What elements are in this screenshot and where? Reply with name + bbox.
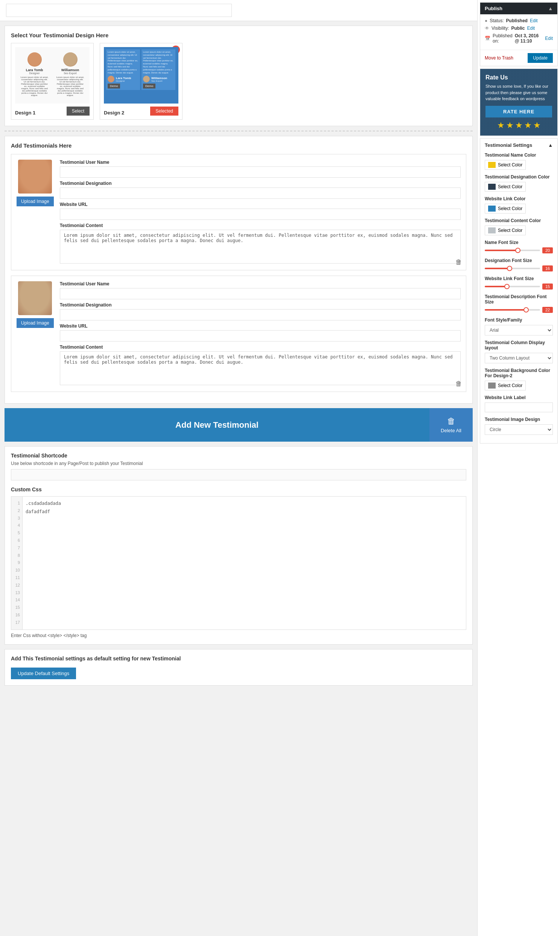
testimonial2-upload-button[interactable]: Upload Image — [17, 318, 54, 328]
description-font-size-track[interactable] — [485, 309, 540, 311]
font-style-select[interactable]: Arial Helvetica Georgia Times New Roman — [485, 325, 553, 336]
design2-mini-card2: Lorem ipsum dolor sit amet, consectetur … — [142, 49, 175, 90]
website-link-font-size-slider-row: 15 — [485, 283, 553, 289]
page-title-bar: test — [0, 0, 477, 21]
star-2[interactable]: ★ — [506, 120, 514, 130]
rate-us-box: Rate Us Show us some love, If you like o… — [480, 69, 558, 136]
designation-font-size-slider-row: 16 — [485, 265, 553, 271]
bg-color-button[interactable]: Select Color — [485, 381, 526, 390]
column-layout-label: Testimonial Column Display layout — [485, 340, 553, 351]
bg-color-swatch — [488, 383, 495, 389]
update-button[interactable]: Update — [528, 53, 553, 63]
publish-close-button[interactable]: ▲ — [548, 6, 553, 11]
default-settings-title: Add This Testimonial settings as default… — [11, 656, 466, 662]
design1-select-button[interactable]: Select — [67, 106, 89, 115]
delete-all-label: Delete All — [441, 428, 462, 433]
design2-selected-button[interactable]: Selected — [150, 106, 178, 115]
testimonial1-url-input[interactable]: http://wpshopmart.com/ — [60, 209, 461, 220]
settings-collapse-icon[interactable]: ▲ — [548, 142, 553, 148]
delete-all-button[interactable]: 🗑 Delete All — [429, 408, 473, 442]
rate-us-bg: Rate Us Show us some love, If you like o… — [480, 69, 557, 135]
testimonial1-name-label: Testimonial User Name — [60, 160, 461, 165]
name-color-swatch — [488, 162, 495, 168]
image-design-select[interactable]: Circle Square Rounded — [485, 424, 553, 435]
website-link-font-size-label: Website Link Font Size — [485, 276, 553, 281]
description-font-size-slider-row: 22 — [485, 307, 553, 313]
designation-font-size-track[interactable] — [485, 268, 540, 269]
name-color-label: Testimonial Name Color — [485, 152, 553, 158]
testimonial2-name-input[interactable]: Williamson — [60, 288, 461, 299]
publish-status-row: ● Status: Published Edit — [485, 18, 553, 23]
move-to-trash-link[interactable]: Move to Trash — [485, 55, 513, 61]
website-link-font-size-row: Website Link Font Size 15 — [485, 276, 553, 289]
column-layout-select[interactable]: One Column Layout Two Column Layout Thre… — [485, 353, 553, 363]
content-color-label: Testimonial Content Color — [485, 218, 553, 223]
update-default-settings-button[interactable]: Update Default Settings — [11, 668, 76, 679]
description-font-size-label: Testimonial Description Font Size — [485, 294, 553, 305]
testimonial2-delete-icon[interactable]: 🗑 — [455, 380, 462, 388]
testimonial2-designation-input[interactable]: Seo Export — [60, 309, 461, 320]
star-1[interactable]: ★ — [497, 120, 505, 130]
name-font-size-value: 20 — [542, 247, 553, 253]
website-link-font-size-thumb[interactable] — [504, 284, 509, 289]
designation-font-size-fill — [485, 268, 509, 269]
status-icon: ● — [485, 18, 488, 23]
css-line1: .csdadadadada — [26, 501, 61, 506]
testimonial1-content-textarea[interactable] — [60, 230, 461, 263]
publish-box: Publish ▲ ● Status: Published Edit 👁 Vis… — [480, 2, 558, 66]
visibility-icon: 👁 — [485, 26, 489, 31]
testimonial1-content-label: Testimonial Content — [60, 223, 461, 228]
add-new-testimonial-button[interactable]: Add New Testimonial — [5, 408, 429, 442]
published-edit-link[interactable]: Edit — [545, 36, 553, 41]
published-label: Published on: — [492, 33, 512, 44]
testimonial2-url-input[interactable]: http://wpshopmart.com/ — [60, 330, 461, 342]
name-font-size-label: Name Font Size — [485, 240, 553, 245]
content-color-swatch — [488, 228, 495, 234]
description-font-size-thumb[interactable] — [523, 307, 529, 313]
website-link-color-button[interactable]: Select Color — [485, 204, 526, 214]
name-font-size-fill — [485, 249, 518, 251]
design2-preview: Lorem ipsum dolor sit amet, consectetur … — [104, 47, 178, 103]
font-style-row: Font Style/Family Arial Helvetica Georgi… — [485, 317, 553, 336]
description-font-size-fill — [485, 309, 526, 311]
page-title-input[interactable]: test — [6, 4, 232, 17]
testimonial1-delete-icon[interactable]: 🗑 — [455, 258, 462, 266]
designation-color-button[interactable]: Select Color — [485, 182, 526, 192]
settings-header-label: Testimonial Settings — [485, 142, 532, 148]
designation-font-size-thumb[interactable] — [507, 266, 512, 271]
rate-us-title: Rate Us — [486, 74, 552, 81]
design-selection-section: Select Your Testimonial Design Here Lara… — [5, 26, 473, 126]
name-color-button[interactable]: Select Color — [485, 160, 526, 170]
rate-here-button[interactable]: RATE HERE — [486, 106, 552, 117]
testimonial1-designation-input[interactable]: Designer — [60, 188, 461, 199]
css-note: Enter Css without <style> </style> tag — [11, 633, 466, 638]
testimonial2-content-textarea[interactable] — [60, 351, 461, 385]
testimonial-settings-box: Testimonial Settings ▲ Testimonial Name … — [480, 138, 558, 443]
shortcode-input[interactable]: [TEST_B id=95] — [11, 469, 466, 480]
design-card-2[interactable]: ✓ Lorem ipsum dolor sit amet, consectetu… — [100, 43, 183, 120]
website-link-label-input[interactable]: Website — [485, 402, 553, 412]
testimonial1-avatar — [18, 160, 52, 194]
testimonial2-avatar-col: Upload Image — [17, 281, 54, 386]
content-color-button[interactable]: Select Color — [485, 226, 526, 235]
star-3[interactable]: ★ — [515, 120, 523, 130]
design-card-1[interactable]: Lara Tomb Designer Lorem ipsum dolor sit… — [11, 43, 94, 120]
testimonial2-url-label: Website URL — [60, 323, 461, 329]
star-5[interactable]: ★ — [533, 120, 541, 130]
visibility-edit-link[interactable]: Edit — [527, 26, 535, 31]
website-link-font-size-fill — [485, 286, 507, 287]
website-link-font-size-track[interactable] — [485, 286, 540, 287]
design1-person1: Lara Tomb Designer Lorem ipsum dolor sit… — [18, 50, 51, 99]
name-font-size-thumb[interactable] — [515, 248, 520, 253]
status-edit-link[interactable]: Edit — [530, 18, 538, 23]
website-link-font-size-value: 15 — [542, 283, 553, 289]
calendar-icon: 📅 — [485, 36, 490, 41]
testimonial1-name-input[interactable]: Lara Tomb — [60, 166, 461, 178]
designation-color-row: Testimonial Designation Color Select Col… — [485, 174, 553, 192]
testimonial1-designation-label: Testimonial Designation — [60, 181, 461, 186]
add-new-row: Add New Testimonial 🗑 Delete All — [5, 408, 473, 442]
testimonial1-upload-button[interactable]: Upload Image — [17, 197, 54, 206]
design1-person2: Williamson Seo Export Lorem ipsum dolor … — [54, 50, 86, 99]
name-font-size-track[interactable] — [485, 249, 540, 251]
star-4[interactable]: ★ — [524, 120, 532, 130]
